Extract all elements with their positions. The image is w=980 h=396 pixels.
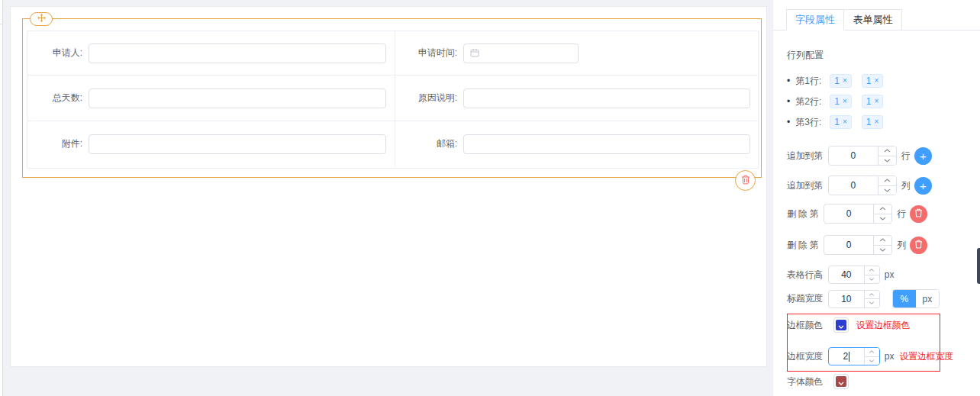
field-cell-reason[interactable]: 原因说明: <box>395 76 758 121</box>
delete-col-number-input[interactable]: 0 <box>824 235 892 255</box>
delete-widget-button[interactable] <box>735 170 756 191</box>
table-row: 申请人: 申请时间: <box>27 31 758 75</box>
row3-col2-tag[interactable]: 1× <box>862 115 884 129</box>
row-height-label: 表格行高 <box>787 269 823 282</box>
tab-form-properties[interactable]: 表单属性 <box>844 9 902 31</box>
row3-label: 第3行: <box>795 116 826 129</box>
spinner-down-icon[interactable] <box>878 156 896 166</box>
title-width-control: 标题宽度 10 % px <box>787 289 940 308</box>
table-row: 总天数: 原因说明: <box>27 75 758 121</box>
append-col-button[interactable]: + <box>914 177 932 195</box>
delete-row-suffix: 行 <box>897 208 906 221</box>
total-days-input[interactable] <box>89 89 386 108</box>
append-col-label: 追加到第 <box>787 179 823 192</box>
email-input[interactable] <box>463 134 750 154</box>
attachment-input[interactable] <box>89 134 386 154</box>
tag-close-icon[interactable]: × <box>874 118 878 126</box>
calendar-icon <box>470 47 479 60</box>
title-width-number-input[interactable]: 10 <box>828 290 880 308</box>
chevron-down-icon <box>838 375 844 388</box>
spinner-up-icon[interactable] <box>865 348 879 357</box>
left-edge-divider <box>0 24 3 24</box>
border-color-control: 边框颜色 设置边框颜色 <box>787 317 910 333</box>
form-widget-selected[interactable]: 申请人: 申请时间: 总天数: <box>22 18 762 178</box>
spinner-up-icon[interactable] <box>878 176 896 186</box>
form-table: 申请人: 申请时间: 总天数: <box>27 31 759 169</box>
border-width-number-input[interactable]: 2 <box>828 347 880 365</box>
field-cell-applicant[interactable]: 申请人: <box>27 31 395 75</box>
spinner-up-icon[interactable] <box>865 291 879 300</box>
spinner-up-icon[interactable] <box>865 266 879 275</box>
row3-col1-tag[interactable]: 1× <box>830 115 852 129</box>
delete-row-button[interactable] <box>910 205 927 223</box>
spinner-up-icon[interactable] <box>874 236 891 246</box>
spinner-down-icon[interactable] <box>865 299 879 307</box>
border-width-label: 边框宽度 <box>787 350 823 363</box>
spinner-down-icon[interactable] <box>874 214 891 224</box>
append-col-number-input[interactable]: 0 <box>828 175 897 195</box>
unit-px-option[interactable]: px <box>916 290 939 307</box>
field-label: 申请人: <box>27 47 82 60</box>
spinner-up-icon[interactable] <box>878 146 896 156</box>
row3-config: • 第3行: 1× 1× <box>787 115 883 129</box>
border-color-annotation: 设置边框颜色 <box>856 319 910 332</box>
delete-col-button[interactable] <box>910 237 927 254</box>
form-canvas: 申请人: 申请时间: 总天数: <box>10 6 767 367</box>
applicant-input[interactable] <box>89 43 386 63</box>
append-row-suffix: 行 <box>901 150 911 163</box>
properties-tabs: 字段属性 表单属性 <box>786 9 902 31</box>
left-edge-panel <box>0 0 3 396</box>
row1-config: • 第1行: 1× 1× <box>787 74 883 88</box>
tag-close-icon[interactable]: × <box>874 77 878 85</box>
field-label: 邮箱: <box>395 137 457 150</box>
plus-icon: + <box>920 150 927 162</box>
tag-close-icon[interactable]: × <box>843 118 847 126</box>
chevron-down-icon <box>838 318 844 332</box>
border-width-control: 边框宽度 2 px 设置边框宽度 <box>787 347 953 365</box>
spinner-up-icon[interactable] <box>874 204 891 214</box>
bullet-icon: • <box>787 117 790 127</box>
trash-icon <box>914 240 923 251</box>
tag-close-icon[interactable]: × <box>874 98 878 105</box>
border-color-picker[interactable] <box>833 317 849 333</box>
title-width-unit-toggle: % px <box>892 289 940 308</box>
scrollbar-thumb[interactable] <box>977 248 980 284</box>
font-color-control: 字体颜色 <box>787 373 849 390</box>
delete-row-label: 删 除 第 <box>787 208 818 221</box>
delete-col-label: 删 除 第 <box>787 239 818 252</box>
field-cell-apply-time[interactable]: 申请时间: <box>395 31 758 75</box>
plus-icon: + <box>920 180 927 192</box>
field-cell-total-days[interactable]: 总天数: <box>27 76 395 121</box>
row2-col2-tag[interactable]: 1× <box>862 95 884 108</box>
delete-row-number-input[interactable]: 0 <box>824 204 892 224</box>
row-height-number-input[interactable]: 40 <box>828 266 880 284</box>
table-row: 附件: 邮箱: <box>27 121 758 166</box>
field-cell-attachment[interactable]: 附件: <box>27 121 395 166</box>
spinner-down-icon[interactable] <box>874 246 891 255</box>
append-row-button[interactable]: + <box>914 147 932 165</box>
bullet-icon: • <box>787 96 790 107</box>
font-color-picker[interactable] <box>833 374 849 389</box>
row2-col1-tag[interactable]: 1× <box>830 95 852 108</box>
row1-col1-tag[interactable]: 1× <box>830 74 852 88</box>
spinner-down-icon[interactable] <box>865 275 879 284</box>
row1-col2-tag[interactable]: 1× <box>862 74 884 88</box>
field-label: 申请时间: <box>395 47 457 60</box>
tag-close-icon[interactable]: × <box>843 77 847 85</box>
delete-row-control: 删 除 第 0 行 <box>787 204 927 224</box>
border-color-label: 边框颜色 <box>787 319 823 332</box>
row-column-config-title: 行列配置 <box>787 49 824 62</box>
move-handle[interactable] <box>30 12 53 26</box>
tab-field-properties[interactable]: 字段属性 <box>786 9 844 31</box>
row2-config: • 第2行: 1× 1× <box>787 95 883 108</box>
append-row-label: 追加到第 <box>787 150 823 163</box>
field-cell-email[interactable]: 邮箱: <box>395 121 758 166</box>
tag-close-icon[interactable]: × <box>843 98 847 105</box>
append-row-number-input[interactable]: 0 <box>828 146 897 166</box>
reason-input[interactable] <box>463 89 750 108</box>
apply-time-date-input[interactable] <box>463 43 579 63</box>
text-cursor <box>849 352 849 362</box>
spinner-down-icon[interactable] <box>865 357 879 365</box>
spinner-down-icon[interactable] <box>878 186 896 195</box>
unit-percent-option[interactable]: % <box>893 290 916 307</box>
